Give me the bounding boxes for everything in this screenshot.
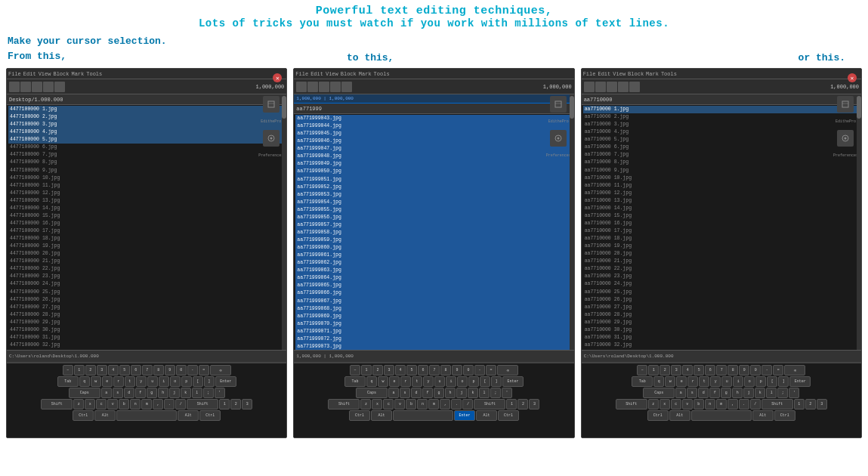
key-8-2[interactable]: 8 bbox=[440, 365, 451, 376]
key-h-2[interactable]: h bbox=[445, 388, 456, 398]
key-n-2[interactable]: n bbox=[417, 399, 428, 410]
key-b[interactable]: b bbox=[119, 399, 129, 410]
file-item-1-17[interactable]: 4477100000 18.jpg bbox=[8, 235, 285, 243]
toolbar-btn-15[interactable] bbox=[629, 82, 640, 92]
key-equals-2[interactable]: = bbox=[486, 365, 496, 376]
file-item-2-24[interactable]: aa771999067.jpg bbox=[295, 298, 572, 305]
key-1-3[interactable]: 1 bbox=[648, 365, 659, 376]
key-2-3[interactable]: 2 bbox=[659, 365, 670, 376]
file-item-1-7[interactable]: 4477100000 8.jpg bbox=[8, 159, 285, 166]
key-semi[interactable]: ; bbox=[203, 388, 214, 398]
key-k[interactable]: k bbox=[181, 388, 191, 398]
key-ctrl-l[interactable]: Ctrl bbox=[73, 410, 94, 421]
key-6-2[interactable]: 6 bbox=[418, 365, 428, 376]
key-7-2[interactable]: 7 bbox=[429, 365, 440, 376]
key-num2-2[interactable]: 2 bbox=[517, 399, 528, 410]
key-enter[interactable]: Enter bbox=[215, 376, 236, 387]
key-tab[interactable]: Tab bbox=[57, 376, 79, 387]
key-t-3[interactable]: t bbox=[699, 376, 709, 387]
key-tilde-3[interactable]: ~ bbox=[637, 365, 647, 376]
file-item-1-20[interactable]: 4477100000 21.jpg bbox=[8, 258, 285, 265]
key-d-3[interactable]: d bbox=[698, 388, 709, 398]
key-enter-2[interactable]: Enter bbox=[502, 376, 524, 387]
file-item-3-15[interactable]: aa7710000 16.jpg bbox=[583, 220, 860, 227]
key-s[interactable]: s bbox=[113, 388, 123, 398]
key-enter-main-2[interactable]: Enter bbox=[454, 410, 475, 421]
key-v-3[interactable]: v bbox=[682, 399, 693, 410]
scrollbar-thumb-1[interactable] bbox=[282, 96, 286, 119]
key-alt-l[interactable]: Alt bbox=[94, 410, 116, 421]
file-item-1-14[interactable]: 4477100000 15.jpg bbox=[8, 212, 285, 220]
key-slash-3[interactable]: / bbox=[750, 399, 761, 410]
key-slash[interactable]: / bbox=[175, 399, 186, 410]
key-ctrl-r-3[interactable]: Ctrl bbox=[774, 410, 795, 421]
scrollbar-thumb-3[interactable] bbox=[857, 96, 861, 119]
file-item-3-22[interactable]: aa7710000 23.jpg bbox=[583, 273, 860, 280]
file-item-2-17[interactable]: aa771999060.jpg bbox=[295, 244, 572, 252]
key-comma-3[interactable]: , bbox=[727, 399, 738, 410]
key-8-3[interactable]: 8 bbox=[727, 365, 738, 376]
file-item-2-26[interactable]: aa771999069.jpg bbox=[295, 313, 572, 320]
key-w-2[interactable]: w bbox=[378, 376, 388, 387]
file-item-1-11[interactable]: 4477100000 12.jpg bbox=[8, 190, 285, 197]
file-item-1-31[interactable]: 4477100000 32.jpg bbox=[8, 342, 285, 349]
file-item-1-13[interactable]: 4477100000 14.jpg bbox=[8, 205, 285, 212]
file-item-1-21[interactable]: 4477100000 22.jpg bbox=[8, 265, 285, 273]
key-comma-2[interactable]: , bbox=[440, 399, 450, 410]
key-0-2[interactable]: 0 bbox=[463, 365, 474, 376]
key-semi-3[interactable]: ; bbox=[777, 388, 788, 398]
key-num3-2[interactable]: 3 bbox=[529, 399, 539, 410]
key-num2[interactable]: 2 bbox=[230, 399, 241, 410]
key-a-3[interactable]: a bbox=[675, 388, 686, 398]
menu-view-3[interactable]: View bbox=[613, 71, 626, 77]
key-i-3[interactable]: i bbox=[733, 376, 743, 387]
file-item-2-8[interactable]: aa771999051.jpg bbox=[295, 176, 572, 184]
file-item-1-3[interactable]: 4477100000 4.jpg bbox=[8, 128, 285, 136]
key-quote[interactable]: ' bbox=[215, 388, 225, 398]
key-5-2[interactable]: 5 bbox=[406, 365, 417, 376]
file-item-2-20[interactable]: aa771999063.jpg bbox=[295, 267, 572, 274]
key-r-2[interactable]: r bbox=[400, 376, 411, 387]
key-q-3[interactable]: q bbox=[653, 376, 664, 387]
key-z-3[interactable]: z bbox=[648, 399, 659, 410]
key-h-3[interactable]: h bbox=[732, 388, 743, 398]
key-a[interactable]: a bbox=[101, 388, 112, 398]
file-item-1-15[interactable]: 4477100000 16.jpg bbox=[8, 220, 285, 227]
key-n[interactable]: n bbox=[130, 399, 141, 410]
file-item-2-18[interactable]: aa771999061.jpg bbox=[295, 252, 572, 259]
file-item-3-21[interactable]: aa7710000 22.jpg bbox=[583, 265, 860, 273]
key-0[interactable]: 0 bbox=[176, 365, 187, 376]
key-space[interactable] bbox=[116, 410, 177, 421]
toolbar-btn-5[interactable] bbox=[54, 82, 65, 92]
menu-edit-2[interactable]: Edit bbox=[310, 71, 323, 77]
file-item-3-2[interactable]: aa7710000 3.jpg bbox=[583, 121, 860, 128]
file-item-1-16[interactable]: 4477100000 17.jpg bbox=[8, 227, 285, 235]
key-y-2[interactable]: y bbox=[423, 376, 434, 387]
file-item-1-1[interactable]: 4477100000 2.jpg bbox=[8, 113, 285, 121]
key-u-2[interactable]: u bbox=[434, 376, 445, 387]
key-num1-2[interactable]: 1 bbox=[506, 399, 517, 410]
key-m[interactable]: m bbox=[141, 399, 152, 410]
menu-file-3[interactable]: File bbox=[583, 71, 596, 77]
toolbar-btn-14[interactable] bbox=[618, 82, 629, 92]
file-item-2-3[interactable]: aa771999046.jpg bbox=[295, 138, 572, 145]
key-o-3[interactable]: o bbox=[744, 376, 755, 387]
key-p-3[interactable]: p bbox=[755, 376, 766, 387]
key-h[interactable]: h bbox=[158, 388, 168, 398]
file-item-2-1[interactable]: aa771999044.jpg bbox=[295, 122, 572, 130]
key-4-2[interactable]: 4 bbox=[395, 365, 406, 376]
key-3-2[interactable]: 3 bbox=[384, 365, 394, 376]
key-p[interactable]: p bbox=[181, 376, 192, 387]
key-f-2[interactable]: f bbox=[422, 388, 433, 398]
key-num1[interactable]: 1 bbox=[219, 399, 230, 410]
key-tilde[interactable]: ~ bbox=[63, 365, 73, 376]
file-item-2-14[interactable]: aa771999057.jpg bbox=[295, 221, 572, 229]
key-y-3[interactable]: y bbox=[710, 376, 721, 387]
key-1[interactable]: 1 bbox=[74, 365, 85, 376]
menu-block-3[interactable]: Block bbox=[628, 71, 644, 77]
file-item-1-9[interactable]: 4477100000 10.jpg bbox=[8, 175, 285, 182]
key-k-3[interactable]: k bbox=[755, 388, 765, 398]
key-caps-2[interactable]: Caps bbox=[356, 388, 388, 398]
key-num3-3[interactable]: 3 bbox=[817, 399, 827, 410]
menu-mark-2[interactable]: Mark bbox=[359, 71, 372, 77]
